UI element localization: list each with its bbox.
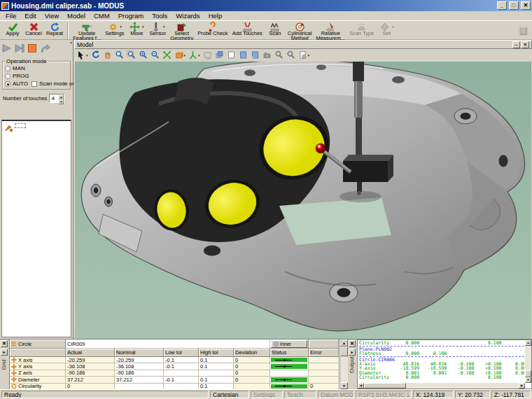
toolbar-extra-button[interactable]	[519, 27, 528, 36]
grid-vertical-scrollbar[interactable]: ▲ ▼	[340, 340, 348, 389]
program-tree[interactable]	[1, 120, 71, 337]
stop-button[interactable]	[27, 43, 38, 53]
scroll-down-icon[interactable]: ▼	[340, 382, 348, 389]
menu-cmm[interactable]: CMM	[90, 11, 114, 20]
status-datum[interactable]: Datum MODEL ...	[318, 391, 354, 398]
view-orientation-tool[interactable]: ▾	[174, 50, 186, 59]
output-text: Circularity 0.000 0.100 Plane:PLN002 Fla…	[359, 341, 524, 382]
zoom-in-tool[interactable]	[139, 50, 148, 59]
model-panel-close-button[interactable]: ✕	[522, 41, 529, 48]
zoom-window-tool[interactable]	[127, 50, 136, 59]
model-panel-title: Model	[77, 41, 93, 48]
scroll-up-icon[interactable]: ▲	[340, 340, 348, 346]
model-canvas[interactable]	[75, 62, 531, 339]
play-to-end-button[interactable]	[14, 43, 25, 53]
repeat-button[interactable]: Repeat	[44, 22, 65, 36]
scroll-right-icon[interactable]: ▶	[519, 383, 525, 388]
model-panel-titlebar[interactable]: Model – ✕	[74, 40, 532, 49]
saved-view-tool[interactable]	[239, 50, 248, 59]
model-panel-minimize-button[interactable]: –	[512, 41, 520, 48]
maximize-button[interactable]: □	[509, 1, 519, 10]
zoom-tool[interactable]	[115, 50, 124, 59]
status-cartesian[interactable]: Cartesian	[210, 391, 249, 398]
cylindrical-method-button[interactable]: CylindricalMethod	[286, 22, 314, 41]
magnify-tool[interactable]	[274, 50, 284, 59]
output-horizontal-scrollbar[interactable]: ◀ ▶	[358, 383, 525, 388]
spin-down-icon[interactable]: ▼	[58, 99, 64, 104]
update-features-button[interactable]: UpdateFeatures f...	[71, 22, 103, 41]
status-z-coordinate: Z: -117.781	[491, 391, 531, 398]
scroll-thumb[interactable]	[525, 370, 531, 377]
col-status[interactable]: Status	[270, 349, 309, 357]
add-touches-button[interactable]: Add Touches	[230, 22, 265, 36]
status-teach[interactable]: Teach	[284, 391, 316, 398]
output-expand-button[interactable]: ▸	[349, 349, 356, 356]
rotate-tool[interactable]	[91, 50, 100, 59]
camera-tool[interactable]	[262, 50, 272, 59]
menu-wizards[interactable]: Wizards	[172, 11, 204, 20]
table-row: Y axis -36.108 -36.108 -0.1 0.1 0	[10, 363, 340, 370]
new-view-tool[interactable]	[227, 50, 236, 59]
menu-edit[interactable]: Edit	[20, 11, 40, 20]
zoom-extents-tool[interactable]	[162, 50, 172, 59]
grid-tab[interactable]: Grid	[1, 359, 7, 370]
saved-view-alt-tool[interactable]	[251, 50, 260, 59]
scroll-up-icon[interactable]: ▲	[525, 340, 531, 346]
sensor-button[interactable]: ▾ Sensor	[147, 22, 168, 36]
select-tool[interactable]: ▾	[76, 50, 88, 59]
scroll-left-icon[interactable]: ◀	[358, 383, 364, 388]
apply-button[interactable]: Apply	[2, 22, 23, 36]
scroll-thumb[interactable]	[340, 346, 348, 356]
menu-model[interactable]: Model	[63, 11, 90, 20]
output-tab[interactable]: Output	[349, 356, 355, 372]
report-tool[interactable]: ▾	[298, 50, 310, 59]
spin-up-icon[interactable]: ▲	[58, 94, 64, 99]
grid-expand-button[interactable]: ▸	[1, 349, 8, 356]
minimize-button[interactable]: _	[497, 1, 507, 10]
radio-man[interactable]: MAN	[5, 64, 69, 72]
col-nominal[interactable]: Nominal	[115, 349, 164, 357]
menu-tools[interactable]: Tools	[148, 11, 172, 20]
col-deviation[interactable]: Deviation	[234, 349, 270, 357]
scan-button[interactable]: Scan	[265, 22, 286, 36]
status-settings[interactable]: Settings	[251, 391, 283, 398]
menu-help[interactable]: Help	[204, 11, 227, 20]
col-high-tol[interactable]: High tol	[199, 349, 234, 357]
scroll-thumb[interactable]	[364, 383, 406, 388]
col-actual[interactable]: Actual	[66, 349, 115, 357]
output-close-button[interactable]: ✕	[349, 340, 356, 347]
section-tool[interactable]	[203, 50, 212, 59]
output-vertical-scrollbar[interactable]: ▲ ▼	[525, 340, 531, 383]
menu-view[interactable]: View	[41, 11, 63, 20]
copy-view-tool[interactable]	[215, 50, 224, 59]
probe-check-button[interactable]: Probe Check	[195, 22, 230, 36]
menu-program[interactable]: Program	[114, 11, 148, 20]
move-button[interactable]: ▾ Move	[126, 22, 147, 36]
status-probe-config[interactable]: RSP3 SH3 M43C.1.2L-KA0...	[356, 391, 412, 398]
scroll-down-icon[interactable]: ▼	[525, 377, 531, 383]
set-button[interactable]: ▾ Set	[376, 22, 397, 36]
cancel-button[interactable]: Cancel	[23, 22, 44, 36]
relative-measurement-button[interactable]: RelativeMeasurem...	[314, 22, 347, 41]
touches-spinner[interactable]: 4 ▲ ▼	[49, 94, 64, 103]
radio-auto[interactable]: AUTO	[5, 80, 28, 88]
magnify-alt-tool[interactable]	[286, 50, 295, 59]
close-button[interactable]: ✕	[521, 1, 531, 10]
scan-type-button[interactable]: Scan Type	[347, 22, 376, 36]
settings-button[interactable]: ▾ Settings	[103, 22, 126, 36]
col-error[interactable]: Error	[309, 349, 339, 357]
return-arrow-button[interactable]	[40, 43, 51, 53]
menu-file[interactable]: File	[1, 11, 20, 20]
status-cell	[270, 370, 309, 377]
radio-prog[interactable]: PROG	[5, 72, 69, 80]
grid-close-button[interactable]: ✕	[1, 340, 8, 347]
scan-mode-checkbox[interactable]: Scan mode on	[31, 80, 76, 88]
axes-tool[interactable]: ▾	[188, 50, 200, 59]
inner-outer-dropdown[interactable]: Inner	[271, 340, 307, 348]
play-button[interactable]	[1, 43, 12, 53]
col-low-tol[interactable]: Low tol	[164, 349, 199, 357]
zoom-out-tool[interactable]	[150, 50, 160, 59]
select-geometry-button[interactable]: SelectGeometry	[168, 22, 195, 41]
pan-tool[interactable]	[103, 50, 112, 59]
tree-item-probe[interactable]	[4, 122, 69, 132]
